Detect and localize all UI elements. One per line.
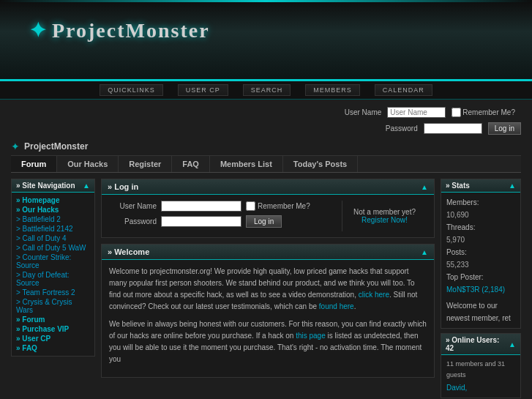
nav-members[interactable]: MEMBERS <box>305 84 360 96</box>
form-remember: Remember Me? <box>246 201 310 211</box>
stats-box: » Stats ▲ Members: 10,690 Threads: 5,970… <box>441 179 521 329</box>
sidebar-item-cod4[interactable]: > Call of Duty 4 <box>16 234 90 243</box>
sidebar-item-crysis[interactable]: > Crysis & Crysis Wars <box>16 297 90 315</box>
members-stat: Members: 10,690 <box>446 196 515 221</box>
welcome-box-header: » Welcome ▲ <box>102 245 434 260</box>
sidebar-item-bf2[interactable]: > Battlefield 2 <box>16 215 90 224</box>
form-password-input[interactable] <box>161 216 241 227</box>
login-box-body: User Name Remember Me? Password L <box>102 195 434 237</box>
site-navigation-title: » Site Navigation <box>16 182 75 190</box>
sidebar-item-bf2142[interactable]: > Battlefield 2142 <box>16 224 90 234</box>
online-box: » Online Users: 42 ▲ 11 members and 31 g… <box>441 333 521 398</box>
top-remember-me: Remember Me? <box>452 108 515 117</box>
tab-our-hacks[interactable]: Our Hacks <box>57 156 119 172</box>
form-remember-checkbox[interactable] <box>246 201 255 211</box>
top-poster-label: Top Poster: <box>446 273 484 281</box>
sidebar-item-cod5[interactable]: > Call of Duty 5 WaW <box>16 243 90 253</box>
form-password-label: Password <box>109 217 157 225</box>
form-row-username: User Name Remember Me? <box>109 201 334 212</box>
sidebar-item-css[interactable]: > Counter Strike: Source <box>16 253 90 270</box>
not-member-text: Not a member yet? <box>353 208 416 216</box>
register-link[interactable]: Register Now! <box>361 216 408 224</box>
welcome-paragraph-1: Welcome to projectmonster.org! We provid… <box>109 266 427 313</box>
not-member-section: Not a member yet? Register Now! <box>342 201 427 231</box>
header: ✦ProjectMonster <box>0 0 532 81</box>
site-navigation-header: » Site Navigation ▲ <box>12 179 94 193</box>
posts-val: 55,233 <box>446 261 469 269</box>
sidebar-left: » Site Navigation ▲ » Homepage » Our Hac… <box>11 179 95 399</box>
online-user-link[interactable]: David, <box>446 384 467 392</box>
login-box-header: » Log in ▲ <box>102 179 434 195</box>
sidebar-item-user-cp[interactable]: » User CP <box>16 334 90 343</box>
nav-calendar[interactable]: CALENDAR <box>375 84 432 96</box>
tab-forum[interactable]: Forum <box>11 156 57 172</box>
form-username-input[interactable] <box>161 201 241 212</box>
form-login-button[interactable]: Log in <box>246 215 282 228</box>
nav-usercp[interactable]: USER CP <box>178 84 228 96</box>
site-logo: ✦ProjectMonster <box>15 7 517 42</box>
welcome-box-title: » Welcome <box>108 247 149 256</box>
content-grid: » Site Navigation ▲ » Homepage » Our Hac… <box>11 179 521 399</box>
sidebar-item-dod[interactable]: > Day of Defeat: Source <box>16 270 90 288</box>
sidebar-item-tf2[interactable]: > Team Fortress 2 <box>16 288 90 297</box>
nav-tabs: Forum Our Hacks Register FAQ Members Lis… <box>11 156 521 173</box>
top-password-bar: Password Log in <box>11 122 521 135</box>
sidebar-item-our-hacks[interactable]: » Our Hacks <box>16 205 90 215</box>
login-box-arrow[interactable]: ▲ <box>421 183 428 191</box>
sidebar-right: » Stats ▲ Members: 10,690 Threads: 5,970… <box>441 179 521 399</box>
top-username-label: User Name <box>345 108 382 116</box>
welcome-box-body: Welcome to projectmonster.org! We provid… <box>102 260 434 377</box>
form-remember-label: Remember Me? <box>258 202 310 210</box>
site-navigation-section: » Site Navigation ▲ » Homepage » Our Hac… <box>11 179 95 357</box>
login-form-fields: User Name Remember Me? Password L <box>109 201 334 231</box>
nav-search[interactable]: SEARCH <box>243 84 291 96</box>
top-remember-checkbox[interactable] <box>452 108 461 117</box>
stats-body: Members: 10,690 Threads: 5,970 Posts: 55… <box>441 193 520 328</box>
tab-todays-posts[interactable]: Today's Posts <box>283 156 358 172</box>
welcome-paragraph-2: We believe in always being honest with o… <box>109 318 427 365</box>
site-navigation-arrow[interactable]: ▲ <box>83 182 90 190</box>
login-box-title: » Log in <box>108 182 138 191</box>
online-detail: 11 members and 31 guests <box>446 359 515 381</box>
top-login-bar: User Name Remember Me? <box>11 107 521 118</box>
members-val: 10,690 <box>446 211 469 219</box>
site-title-icon: ✦ <box>11 141 20 152</box>
stats-header: » Stats ▲ <box>441 179 520 193</box>
found-here-link[interactable]: found here <box>319 302 354 310</box>
top-login-button[interactable]: Log in <box>488 122 521 135</box>
main-wrap: User Name Remember Me? Password Log in ✦… <box>0 100 532 399</box>
form-username-label: User Name <box>109 202 157 210</box>
welcome-box-arrow[interactable]: ▲ <box>421 248 428 256</box>
sidebar-item-forum[interactable]: » Forum <box>16 315 90 324</box>
form-row-password: Password Log in <box>109 215 334 228</box>
top-poster-stat: Top Poster: MoN$T3R (2,184) <box>446 271 515 296</box>
tab-members-list[interactable]: Members List <box>210 156 283 172</box>
threads-label: Threads: <box>446 223 475 231</box>
sidebar-item-purchase-vip[interactable]: » Purchase VIP <box>16 324 90 334</box>
logo-icon: ✦ <box>29 19 48 42</box>
click-here-link[interactable]: click here <box>359 291 389 299</box>
this-page-link[interactable]: this page <box>296 332 326 340</box>
nav-quicklinks[interactable]: QUICKLINKS <box>100 84 163 96</box>
site-title-row: ✦ ProjectMonster <box>11 138 521 156</box>
online-header: » Online Users: 42 ▲ <box>441 334 520 355</box>
login-form-grid: User Name Remember Me? Password L <box>109 201 427 231</box>
tab-register[interactable]: Register <box>119 156 172 172</box>
sidebar-item-homepage[interactable]: » Homepage <box>16 195 90 205</box>
online-body: 11 members and 31 guests David, <box>441 355 520 398</box>
top-password-input[interactable] <box>424 123 482 134</box>
online-arrow[interactable]: ▲ <box>509 340 516 348</box>
header-decor <box>0 0 532 2</box>
members-label: Members: <box>446 198 479 206</box>
welcome-box: » Welcome ▲ Welcome to projectmonster.or… <box>101 244 435 378</box>
site-title-text: ProjectMonster <box>24 141 88 152</box>
top-username-input[interactable] <box>387 107 446 118</box>
stats-arrow[interactable]: ▲ <box>509 182 516 190</box>
stats-title: » Stats <box>446 182 470 190</box>
main-center: » Log in ▲ User Name Remember Me? <box>101 179 435 399</box>
top-password-label: Password <box>386 124 418 133</box>
top-navigation: QUICKLINKS USER CP SEARCH MEMBERS CALEND… <box>0 81 532 100</box>
posts-label: Posts: <box>446 248 467 256</box>
sidebar-item-faq[interactable]: » FAQ <box>16 343 90 353</box>
tab-faq[interactable]: FAQ <box>172 156 210 172</box>
